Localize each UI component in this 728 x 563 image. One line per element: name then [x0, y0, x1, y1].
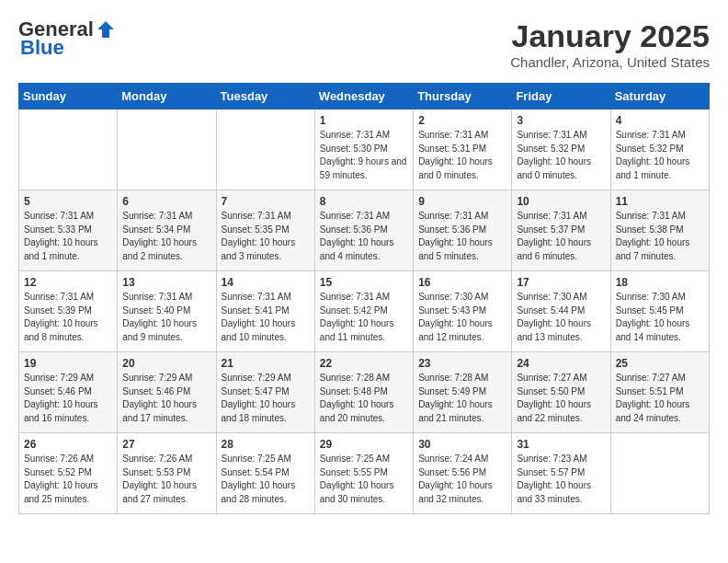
day-number: 4 — [616, 114, 704, 127]
day-number: 10 — [517, 195, 605, 208]
day-info: Sunrise: 7:31 AM Sunset: 5:36 PM Dayligh… — [320, 210, 408, 263]
calendar-cell: 25Sunrise: 7:27 AM Sunset: 5:51 PM Dayli… — [610, 352, 709, 433]
page: General Blue January 2025 Chandler, Ariz… — [0, 0, 728, 523]
day-number: 30 — [418, 438, 506, 451]
day-number: 12 — [24, 276, 112, 289]
day-info: Sunrise: 7:31 AM Sunset: 5:30 PM Dayligh… — [320, 129, 408, 182]
calendar-cell: 28Sunrise: 7:25 AM Sunset: 5:54 PM Dayli… — [216, 433, 314, 514]
header-monday: Monday — [118, 84, 216, 109]
calendar-title: January 2025 — [510, 18, 710, 54]
day-number: 25 — [616, 357, 704, 370]
calendar-cell: 18Sunrise: 7:30 AM Sunset: 5:45 PM Dayli… — [610, 271, 709, 352]
day-info: Sunrise: 7:26 AM Sunset: 5:53 PM Dayligh… — [122, 453, 210, 506]
day-info: Sunrise: 7:31 AM Sunset: 5:38 PM Dayligh… — [616, 210, 704, 263]
week-row-1: 1Sunrise: 7:31 AM Sunset: 5:30 PM Daylig… — [19, 109, 710, 190]
day-info: Sunrise: 7:31 AM Sunset: 5:39 PM Dayligh… — [24, 291, 112, 344]
logo-blue: Blue — [20, 37, 64, 59]
day-info: Sunrise: 7:25 AM Sunset: 5:54 PM Dayligh… — [222, 453, 310, 506]
calendar-cell: 29Sunrise: 7:25 AM Sunset: 5:55 PM Dayli… — [314, 433, 413, 514]
week-row-2: 5Sunrise: 7:31 AM Sunset: 5:33 PM Daylig… — [19, 190, 710, 271]
day-number: 23 — [418, 357, 506, 370]
day-info: Sunrise: 7:31 AM Sunset: 5:32 PM Dayligh… — [517, 129, 605, 182]
day-info: Sunrise: 7:23 AM Sunset: 5:57 PM Dayligh… — [517, 453, 605, 506]
title-block: January 2025 Chandler, Arizona, United S… — [510, 18, 710, 70]
calendar-cell: 11Sunrise: 7:31 AM Sunset: 5:38 PM Dayli… — [610, 190, 709, 271]
day-info: Sunrise: 7:24 AM Sunset: 5:56 PM Dayligh… — [418, 453, 506, 506]
calendar-table: Sunday Monday Tuesday Wednesday Thursday… — [18, 83, 710, 514]
day-number: 18 — [616, 276, 704, 289]
day-info: Sunrise: 7:31 AM Sunset: 5:41 PM Dayligh… — [222, 291, 310, 344]
calendar-cell: 1Sunrise: 7:31 AM Sunset: 5:30 PM Daylig… — [314, 109, 413, 190]
day-number: 1 — [320, 114, 408, 127]
calendar-cell: 30Sunrise: 7:24 AM Sunset: 5:56 PM Dayli… — [414, 433, 512, 514]
calendar-cell: 15Sunrise: 7:31 AM Sunset: 5:42 PM Dayli… — [314, 271, 413, 352]
day-info: Sunrise: 7:25 AM Sunset: 5:55 PM Dayligh… — [320, 453, 408, 506]
svg-marker-0 — [97, 21, 114, 38]
day-number: 16 — [418, 276, 506, 289]
calendar-cell: 23Sunrise: 7:28 AM Sunset: 5:49 PM Dayli… — [414, 352, 512, 433]
day-info: Sunrise: 7:30 AM Sunset: 5:44 PM Dayligh… — [517, 291, 605, 344]
day-number: 13 — [122, 276, 210, 289]
calendar-cell: 2Sunrise: 7:31 AM Sunset: 5:31 PM Daylig… — [414, 109, 512, 190]
logo-icon — [96, 19, 116, 40]
day-info: Sunrise: 7:26 AM Sunset: 5:52 PM Dayligh… — [24, 453, 112, 506]
day-info: Sunrise: 7:31 AM Sunset: 5:33 PM Dayligh… — [24, 210, 112, 263]
day-number: 6 — [122, 195, 210, 208]
day-number: 7 — [222, 195, 310, 208]
calendar-cell: 24Sunrise: 7:27 AM Sunset: 5:50 PM Dayli… — [512, 352, 610, 433]
header-thursday: Thursday — [414, 84, 512, 109]
header-sunday: Sunday — [19, 84, 118, 109]
day-number: 20 — [122, 357, 210, 370]
day-info: Sunrise: 7:30 AM Sunset: 5:45 PM Dayligh… — [616, 291, 704, 344]
calendar-cell: 6Sunrise: 7:31 AM Sunset: 5:34 PM Daylig… — [118, 190, 216, 271]
day-info: Sunrise: 7:29 AM Sunset: 5:47 PM Dayligh… — [222, 372, 310, 425]
day-number: 11 — [616, 195, 704, 208]
calendar-cell: 31Sunrise: 7:23 AM Sunset: 5:57 PM Dayli… — [512, 433, 610, 514]
day-number: 26 — [24, 438, 112, 451]
day-info: Sunrise: 7:28 AM Sunset: 5:49 PM Dayligh… — [418, 372, 506, 425]
day-number: 27 — [122, 438, 210, 451]
calendar-cell: 14Sunrise: 7:31 AM Sunset: 5:41 PM Dayli… — [216, 271, 314, 352]
day-info: Sunrise: 7:31 AM Sunset: 5:36 PM Dayligh… — [418, 210, 506, 263]
day-number: 9 — [418, 195, 506, 208]
day-info: Sunrise: 7:29 AM Sunset: 5:46 PM Dayligh… — [122, 372, 210, 425]
day-number: 8 — [320, 195, 408, 208]
day-info: Sunrise: 7:28 AM Sunset: 5:48 PM Dayligh… — [320, 372, 408, 425]
header: General Blue January 2025 Chandler, Ariz… — [18, 18, 710, 70]
day-info: Sunrise: 7:30 AM Sunset: 5:43 PM Dayligh… — [418, 291, 506, 344]
day-number: 3 — [517, 114, 605, 127]
calendar-cell: 16Sunrise: 7:30 AM Sunset: 5:43 PM Dayli… — [414, 271, 512, 352]
day-info: Sunrise: 7:27 AM Sunset: 5:51 PM Dayligh… — [616, 372, 704, 425]
calendar-cell: 4Sunrise: 7:31 AM Sunset: 5:32 PM Daylig… — [610, 109, 709, 190]
day-info: Sunrise: 7:31 AM Sunset: 5:37 PM Dayligh… — [517, 210, 605, 263]
day-number: 22 — [320, 357, 408, 370]
day-info: Sunrise: 7:31 AM Sunset: 5:31 PM Dayligh… — [418, 129, 506, 182]
calendar-cell: 8Sunrise: 7:31 AM Sunset: 5:36 PM Daylig… — [314, 190, 413, 271]
calendar-cell — [216, 109, 314, 190]
day-info: Sunrise: 7:27 AM Sunset: 5:50 PM Dayligh… — [517, 372, 605, 425]
calendar-cell: 3Sunrise: 7:31 AM Sunset: 5:32 PM Daylig… — [512, 109, 610, 190]
week-row-3: 12Sunrise: 7:31 AM Sunset: 5:39 PM Dayli… — [19, 271, 710, 352]
day-number: 14 — [222, 276, 310, 289]
calendar-cell — [610, 433, 709, 514]
logo: General Blue — [18, 18, 116, 59]
calendar-cell: 9Sunrise: 7:31 AM Sunset: 5:36 PM Daylig… — [414, 190, 512, 271]
day-info: Sunrise: 7:31 AM Sunset: 5:42 PM Dayligh… — [320, 291, 408, 344]
day-number: 5 — [24, 195, 112, 208]
day-number: 24 — [517, 357, 605, 370]
days-header-row: Sunday Monday Tuesday Wednesday Thursday… — [19, 84, 710, 109]
day-info: Sunrise: 7:31 AM Sunset: 5:40 PM Dayligh… — [122, 291, 210, 344]
day-number: 15 — [320, 276, 408, 289]
calendar-cell: 21Sunrise: 7:29 AM Sunset: 5:47 PM Dayli… — [216, 352, 314, 433]
calendar-cell: 17Sunrise: 7:30 AM Sunset: 5:44 PM Dayli… — [512, 271, 610, 352]
day-number: 21 — [222, 357, 310, 370]
calendar-cell: 19Sunrise: 7:29 AM Sunset: 5:46 PM Dayli… — [19, 352, 118, 433]
day-info: Sunrise: 7:31 AM Sunset: 5:35 PM Dayligh… — [222, 210, 310, 263]
header-saturday: Saturday — [610, 84, 709, 109]
calendar-cell: 27Sunrise: 7:26 AM Sunset: 5:53 PM Dayli… — [118, 433, 216, 514]
calendar-cell: 13Sunrise: 7:31 AM Sunset: 5:40 PM Dayli… — [118, 271, 216, 352]
header-tuesday: Tuesday — [216, 84, 314, 109]
day-number: 31 — [517, 438, 605, 451]
calendar-subtitle: Chandler, Arizona, United States — [510, 54, 710, 70]
day-number: 29 — [320, 438, 408, 451]
